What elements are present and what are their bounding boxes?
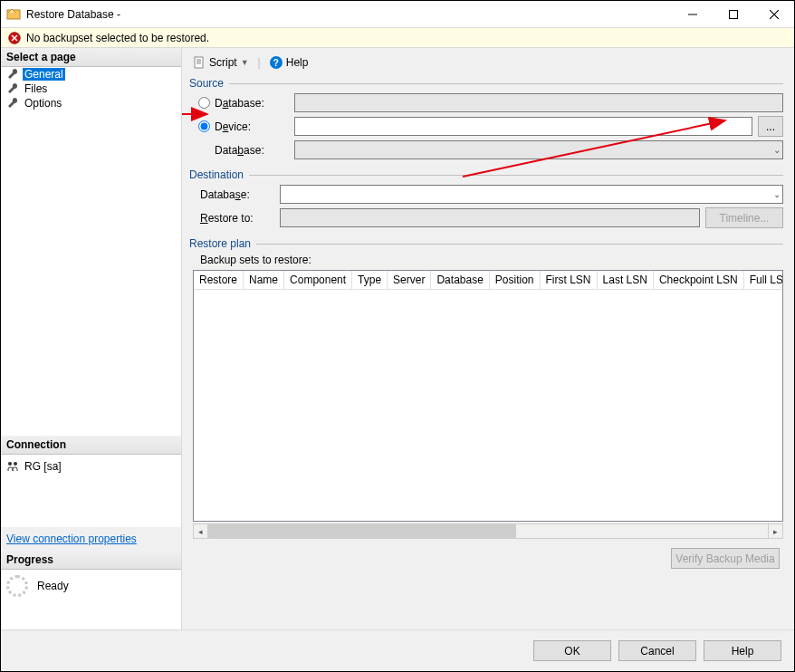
source-legend: Source (189, 77, 224, 90)
sidebar-item-label: General (23, 68, 65, 81)
table-column-header[interactable]: First LSN (541, 271, 598, 289)
maximize-button[interactable] (713, 1, 753, 27)
backup-sets-table[interactable]: RestoreNameComponentTypeServerDatabasePo… (193, 270, 783, 522)
sidebar-header-progress: Progress (1, 551, 181, 570)
table-column-header[interactable]: Database (431, 271, 489, 289)
sidebar-item-options[interactable]: Options (1, 96, 181, 110)
scroll-track[interactable] (208, 523, 768, 539)
help-footer-button[interactable]: Help (704, 640, 781, 661)
destination-legend: Destination (189, 168, 244, 181)
wrench-icon (6, 68, 19, 81)
scroll-thumb[interactable] (208, 524, 516, 538)
table-column-header[interactable]: Position (490, 271, 541, 289)
progress-status: Ready (37, 580, 69, 592)
source-database-label: Database: (215, 97, 264, 110)
horizontal-scrollbar[interactable]: ◂ ▸ (193, 523, 783, 539)
svg-point-3 (8, 462, 12, 466)
sidebar-filler (1, 110, 181, 436)
chevron-down-icon: ⌄ (773, 189, 781, 199)
titlebar: Restore Database - (1, 1, 794, 28)
table-column-header[interactable]: Component (284, 271, 352, 289)
minimize-button[interactable] (672, 1, 713, 27)
server-icon (6, 460, 19, 473)
progress-panel: Ready (1, 570, 181, 602)
content-toolbar: Script ▼ | ? Help (186, 52, 783, 73)
wrench-icon (6, 97, 19, 110)
dropdown-icon: ▼ (241, 58, 249, 67)
table-column-header[interactable]: Restore (194, 271, 244, 289)
dialog-footer: OK Cancel Help (1, 629, 794, 671)
script-label: Script (209, 56, 237, 69)
scroll-left-icon[interactable]: ◂ (193, 523, 208, 539)
help-label: Help (286, 56, 309, 69)
close-button[interactable] (753, 1, 794, 27)
connection-properties-link[interactable]: View connection properties (6, 533, 176, 545)
table-column-header[interactable]: Type (352, 271, 388, 289)
scroll-right-icon[interactable]: ▸ (768, 523, 783, 539)
sidebar-header-pages: Select a page (1, 48, 181, 67)
source-device-db-combo[interactable]: ⌄ (294, 140, 783, 159)
sidebar-item-general[interactable]: General (1, 67, 181, 82)
main-area: Select a page General Files Options Conn… (1, 48, 794, 629)
svg-point-4 (14, 462, 17, 466)
svg-rect-5 (195, 57, 203, 68)
status-message: No backupset selected to be restored. (26, 32, 209, 44)
source-database-combo[interactable] (294, 93, 783, 112)
ok-button[interactable]: OK (533, 640, 611, 661)
device-browse-button[interactable]: ... (758, 116, 783, 137)
dialog-window: Restore Database - No backupset selected… (0, 0, 795, 672)
chevron-down-icon: ⌄ (773, 145, 781, 155)
app-icon (6, 7, 21, 22)
svg-rect-1 (729, 10, 737, 18)
source-device-radio[interactable] (198, 120, 210, 132)
window-title: Restore Database - (26, 8, 672, 21)
error-icon (8, 32, 21, 44)
sidebar-item-label: Files (23, 82, 49, 95)
script-button[interactable]: Script ▼ (189, 54, 253, 71)
table-column-header[interactable]: Checkpoint LSN (654, 271, 744, 289)
script-icon (193, 56, 206, 69)
connection-server: RG [sa] (24, 460, 62, 473)
sidebar-page-list: General Files Options (1, 67, 181, 110)
verify-backup-button[interactable]: Verify Backup Media (671, 548, 780, 569)
help-icon: ? (270, 56, 283, 69)
connection-panel: RG [sa] (1, 455, 181, 476)
table-column-header[interactable]: Full LSN (744, 271, 783, 289)
source-database-radio[interactable] (198, 97, 210, 109)
backup-sets-label: Backup sets to restore: (200, 254, 783, 266)
timeline-button[interactable]: Timeline... (705, 207, 783, 228)
table-column-header[interactable]: Last LSN (598, 271, 654, 289)
wrench-icon (6, 82, 19, 95)
destination-group: Destination Database: ⌄ Restore to: Time… (189, 168, 783, 232)
source-group: Source Database: Device: ... Database: ⌄ (189, 77, 783, 163)
source-device-db-label: Database: (215, 144, 264, 157)
restore-to-label: Restore to: (200, 212, 254, 225)
restore-to-input (280, 208, 700, 227)
table-header: RestoreNameComponentTypeServerDatabasePo… (194, 271, 782, 290)
table-column-header[interactable]: Server (388, 271, 431, 289)
help-button[interactable]: ? Help (266, 54, 312, 71)
destination-database-combo[interactable]: ⌄ (280, 185, 783, 204)
cancel-button[interactable]: Cancel (618, 640, 696, 661)
sidebar-header-connection: Connection (1, 436, 181, 455)
restore-plan-legend: Restore plan (189, 237, 251, 250)
source-device-input[interactable] (294, 117, 752, 136)
content-panel: Script ▼ | ? Help Source Database: (182, 48, 794, 629)
sidebar-item-files[interactable]: Files (1, 82, 181, 96)
table-column-header[interactable]: Name (244, 271, 284, 289)
destination-database-label: Database: (200, 188, 250, 201)
sidebar-item-label: Options (23, 97, 63, 110)
restore-plan-group: Restore plan Backup sets to restore: Res… (189, 237, 783, 624)
progress-spinner-icon (6, 575, 28, 597)
source-device-label: Device: (215, 120, 251, 133)
sidebar: Select a page General Files Options Conn… (1, 48, 182, 629)
status-bar: No backupset selected to be restored. (1, 28, 794, 48)
